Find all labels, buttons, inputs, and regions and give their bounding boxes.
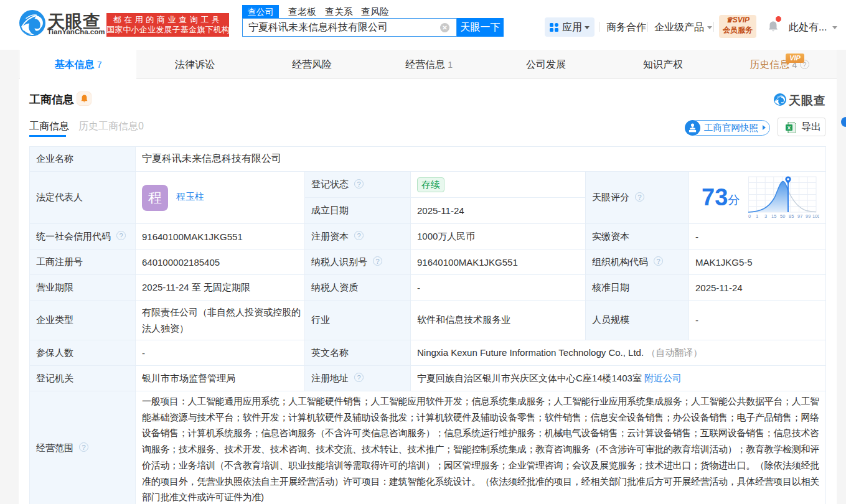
svg-text:3: 3	[764, 213, 767, 219]
svg-text:100: 100	[812, 213, 819, 219]
svg-text:0: 0	[748, 213, 751, 219]
svg-text:99: 99	[806, 213, 811, 219]
svg-text:15: 15	[771, 213, 776, 219]
svg-text:X: X	[787, 125, 791, 131]
svg-text:85: 85	[789, 213, 794, 219]
svg-text:97: 97	[797, 213, 802, 219]
svg-text:1: 1	[756, 213, 758, 219]
svg-text:50: 50	[780, 213, 785, 219]
